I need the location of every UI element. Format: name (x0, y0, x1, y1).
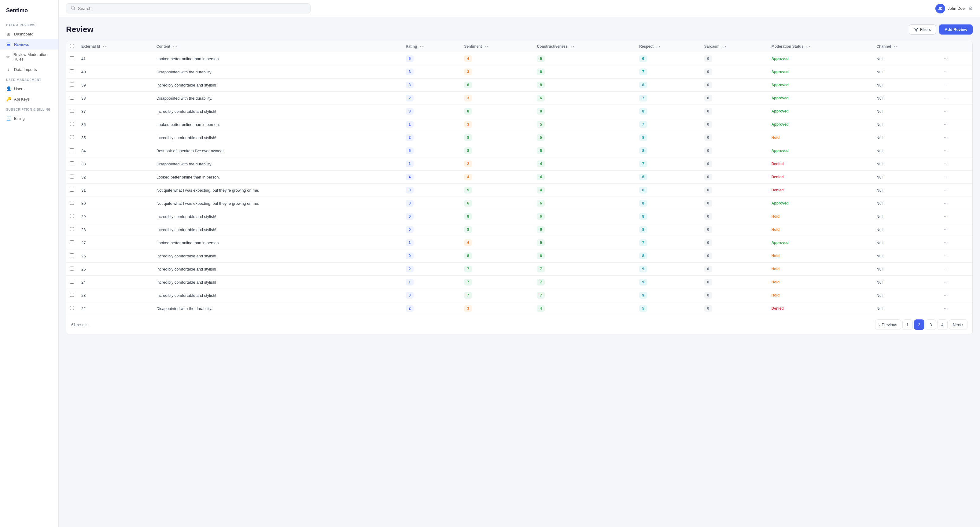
select-all-checkbox[interactable] (70, 44, 74, 48)
cell-constructiveness: 8 (533, 78, 635, 92)
col-moderation-status[interactable]: Moderation Status ▲▼ (768, 41, 873, 52)
col-constructiveness[interactable]: Constructiveness ▲▼ (533, 41, 635, 52)
page-1-button[interactable]: 1 (902, 320, 913, 330)
row-more-button[interactable]: ··· (942, 81, 950, 88)
row-checkbox[interactable] (70, 227, 74, 231)
cell-constructiveness: 6 (533, 65, 635, 78)
row-checkbox[interactable] (70, 240, 74, 244)
row-more-button[interactable]: ··· (942, 121, 950, 128)
row-checkbox[interactable] (70, 214, 74, 218)
col-respect[interactable]: Respect ▲▼ (635, 41, 700, 52)
row-checkbox[interactable] (70, 69, 74, 73)
cell-respect: 7 (635, 118, 700, 131)
cell-channel: Null (873, 78, 938, 92)
row-more-button[interactable]: ··· (942, 226, 950, 233)
reviews-table-container: External Id ▲▼ Content ▲▼ Rating ▲▼ Sent… (66, 41, 973, 334)
row-more-button[interactable]: ··· (942, 279, 950, 285)
next-button[interactable]: Next › (949, 320, 967, 330)
sidebar-item-users[interactable]: 👤 Users (0, 83, 58, 94)
user-info[interactable]: JD John Doe ⚙ (935, 4, 973, 13)
sidebar-item-reviews[interactable]: ☰ Reviews (0, 39, 58, 49)
cell-sentiment: 8 (460, 144, 533, 158)
cell-channel: Null (873, 131, 938, 144)
search-input[interactable] (78, 6, 306, 11)
row-checkbox[interactable] (70, 109, 74, 113)
row-checkbox[interactable] (70, 267, 74, 271)
svg-point-0 (71, 6, 75, 10)
row-checkbox[interactable] (70, 253, 74, 257)
col-rating[interactable]: Rating ▲▼ (402, 41, 460, 52)
row-more-button[interactable]: ··· (942, 134, 950, 141)
row-more-button[interactable]: ··· (942, 108, 950, 115)
page-2-button[interactable]: 2 (914, 320, 924, 330)
row-more-button[interactable]: ··· (942, 95, 950, 102)
col-sarcasm[interactable]: Sarcasm ▲▼ (701, 41, 768, 52)
cell-moderation-status: Denied (768, 184, 873, 197)
row-more-button[interactable]: ··· (942, 174, 950, 180)
cell-rating: 2 (402, 131, 460, 144)
row-checkbox[interactable] (70, 135, 74, 139)
cell-moderation-status: Approved (768, 52, 873, 65)
cell-rating: 2 (402, 263, 460, 276)
row-checkbox[interactable] (70, 122, 74, 126)
row-more-button[interactable]: ··· (942, 239, 950, 246)
col-sentiment[interactable]: Sentiment ▲▼ (460, 41, 533, 52)
cell-actions: ··· (938, 170, 972, 184)
settings-icon[interactable]: ⚙ (968, 5, 973, 11)
cell-sarcasm: 0 (701, 263, 768, 276)
row-checkbox[interactable] (70, 96, 74, 100)
cell-channel: Null (873, 223, 938, 236)
row-more-button[interactable]: ··· (942, 187, 950, 194)
row-checkbox[interactable] (70, 306, 74, 310)
cell-moderation-status: Approved (768, 118, 873, 131)
sidebar-item-data-imports[interactable]: ↓ Data Imports (0, 64, 58, 75)
row-more-button[interactable]: ··· (942, 253, 950, 259)
search-box[interactable] (66, 3, 310, 13)
col-channel[interactable]: Channel ▲▼ (873, 41, 938, 52)
row-more-button[interactable]: ··· (942, 305, 950, 312)
row-checkbox[interactable] (70, 148, 74, 152)
sidebar-item-label: Reviews (14, 42, 29, 47)
row-checkbox[interactable] (70, 293, 74, 297)
cell-content: Incredibly comfortable and stylish! (153, 263, 402, 276)
row-more-button[interactable]: ··· (942, 266, 950, 272)
cell-sentiment: 3 (460, 65, 533, 78)
row-checkbox[interactable] (70, 188, 74, 192)
cell-external-id: 35 (78, 131, 153, 144)
cell-moderation-status: Hold (768, 210, 873, 223)
section-label-billing: SUBSCRIPTION & BILLING (0, 104, 58, 113)
row-more-button[interactable]: ··· (942, 161, 950, 167)
sidebar-item-review-moderation-rules[interactable]: ✏ Review Moderation Rules (0, 49, 58, 64)
row-checkbox[interactable] (70, 161, 74, 166)
cell-respect: 7 (635, 65, 700, 78)
select-all-col (66, 41, 78, 52)
row-more-button[interactable]: ··· (942, 147, 950, 154)
sidebar-item-billing[interactable]: 🧾 Billing (0, 113, 58, 124)
cell-sarcasm: 0 (701, 170, 768, 184)
previous-button[interactable]: ‹ Previous (875, 320, 901, 330)
cell-sarcasm: 0 (701, 131, 768, 144)
page-title: Review (66, 25, 94, 34)
cell-sentiment: 3 (460, 118, 533, 131)
page-3-button[interactable]: 3 (926, 320, 936, 330)
row-more-button[interactable]: ··· (942, 55, 950, 62)
row-checkbox[interactable] (70, 280, 74, 284)
row-checkbox[interactable] (70, 56, 74, 60)
sidebar-item-dashboard[interactable]: ⊞ Dashboard (0, 29, 58, 39)
cell-external-id: 26 (78, 250, 153, 263)
add-review-button[interactable]: Add Review (939, 24, 973, 35)
cell-constructiveness: 6 (533, 210, 635, 223)
row-more-button[interactable]: ··· (942, 68, 950, 75)
col-content[interactable]: Content ▲▼ (153, 41, 402, 52)
row-more-button[interactable]: ··· (942, 200, 950, 207)
row-more-button[interactable]: ··· (942, 213, 950, 220)
col-external-id[interactable]: External Id ▲▼ (78, 41, 153, 52)
row-checkbox[interactable] (70, 83, 74, 86)
row-checkbox[interactable] (70, 175, 74, 178)
row-checkbox[interactable] (70, 201, 74, 205)
page-4-button[interactable]: 4 (937, 320, 948, 330)
row-checkbox-cell (66, 210, 78, 223)
sidebar-item-api-keys[interactable]: 🔑 Api Keys (0, 94, 58, 104)
filters-button[interactable]: Filters (909, 24, 936, 35)
row-more-button[interactable]: ··· (942, 292, 950, 299)
